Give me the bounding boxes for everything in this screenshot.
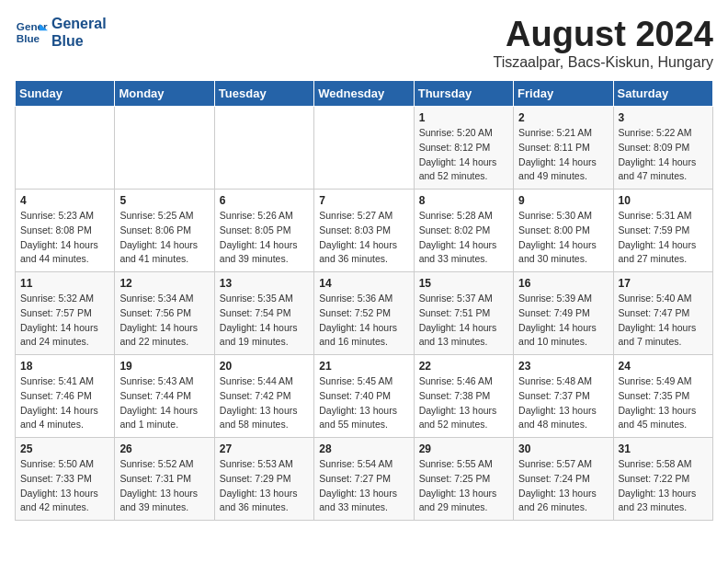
- day-info: Sunrise: 5:22 AM Sunset: 8:09 PM Dayligh…: [619, 126, 708, 184]
- day-number: 11: [20, 277, 109, 290]
- day-number: 24: [619, 360, 708, 373]
- calendar-cell: 31Sunrise: 5:58 AM Sunset: 7:22 PM Dayli…: [613, 438, 712, 521]
- header-day-tuesday: Tuesday: [214, 81, 313, 107]
- day-info: Sunrise: 5:52 AM Sunset: 7:31 PM Dayligh…: [119, 457, 209, 515]
- day-number: 2: [518, 111, 608, 124]
- calendar-week-3: 11Sunrise: 5:32 AM Sunset: 7:57 PM Dayli…: [16, 272, 713, 355]
- calendar-cell: 20Sunrise: 5:44 AM Sunset: 7:42 PM Dayli…: [214, 355, 313, 438]
- calendar-cell: 24Sunrise: 5:49 AM Sunset: 7:35 PM Dayli…: [613, 355, 712, 438]
- calendar-cell: 17Sunrise: 5:40 AM Sunset: 7:47 PM Dayli…: [613, 272, 712, 355]
- calendar-cell: 9Sunrise: 5:30 AM Sunset: 8:00 PM Daylig…: [514, 190, 613, 272]
- logo-icon: General Blue: [15, 16, 48, 49]
- day-info: Sunrise: 5:26 AM Sunset: 8:05 PM Dayligh…: [220, 209, 309, 267]
- day-info: Sunrise: 5:20 AM Sunset: 8:12 PM Dayligh…: [419, 126, 508, 184]
- day-number: 8: [419, 194, 508, 207]
- header-row: SundayMondayTuesdayWednesdayThursdayFrid…: [16, 81, 713, 107]
- day-info: Sunrise: 5:28 AM Sunset: 8:02 PM Dayligh…: [419, 209, 508, 267]
- calendar-cell: 15Sunrise: 5:37 AM Sunset: 7:51 PM Dayli…: [414, 272, 513, 355]
- calendar-week-2: 4Sunrise: 5:23 AM Sunset: 8:08 PM Daylig…: [16, 190, 713, 272]
- day-number: 29: [419, 442, 508, 455]
- day-number: 3: [619, 111, 708, 124]
- calendar-week-1: 1Sunrise: 5:20 AM Sunset: 8:12 PM Daylig…: [16, 107, 713, 190]
- day-info: Sunrise: 5:35 AM Sunset: 7:54 PM Dayligh…: [220, 292, 309, 350]
- day-number: 26: [119, 442, 209, 455]
- day-number: 7: [319, 194, 408, 207]
- day-number: 17: [619, 277, 708, 290]
- calendar-cell: 14Sunrise: 5:36 AM Sunset: 7:52 PM Dayli…: [314, 272, 414, 355]
- calendar-cell: 26Sunrise: 5:52 AM Sunset: 7:31 PM Dayli…: [115, 438, 214, 521]
- day-number: 13: [220, 277, 309, 290]
- svg-text:General: General: [17, 20, 48, 32]
- calendar-cell: [115, 107, 214, 190]
- day-number: 20: [220, 360, 309, 373]
- day-number: 12: [119, 277, 209, 290]
- month-year: August 2024: [493, 15, 713, 54]
- day-info: Sunrise: 5:46 AM Sunset: 7:38 PM Dayligh…: [419, 374, 508, 432]
- day-number: 6: [220, 194, 309, 207]
- day-info: Sunrise: 5:40 AM Sunset: 7:47 PM Dayligh…: [619, 292, 708, 350]
- calendar-cell: 18Sunrise: 5:41 AM Sunset: 7:46 PM Dayli…: [16, 355, 115, 438]
- day-number: 4: [20, 194, 109, 207]
- day-info: Sunrise: 5:57 AM Sunset: 7:24 PM Dayligh…: [518, 457, 608, 515]
- calendar-cell: 28Sunrise: 5:54 AM Sunset: 7:27 PM Dayli…: [314, 438, 414, 521]
- day-info: Sunrise: 5:58 AM Sunset: 7:22 PM Dayligh…: [619, 457, 708, 515]
- day-info: Sunrise: 5:50 AM Sunset: 7:33 PM Dayligh…: [20, 457, 109, 515]
- day-number: 16: [518, 277, 608, 290]
- calendar-cell: 22Sunrise: 5:46 AM Sunset: 7:38 PM Dayli…: [414, 355, 513, 438]
- location: Tiszaalpar, Bacs-Kiskun, Hungary: [493, 54, 713, 71]
- day-info: Sunrise: 5:21 AM Sunset: 8:11 PM Dayligh…: [518, 126, 608, 184]
- title-area: August 2024 Tiszaalpar, Bacs-Kiskun, Hun…: [493, 15, 713, 71]
- calendar-cell: 1Sunrise: 5:20 AM Sunset: 8:12 PM Daylig…: [414, 107, 513, 190]
- day-info: Sunrise: 5:44 AM Sunset: 7:42 PM Dayligh…: [220, 374, 309, 432]
- day-number: 5: [119, 194, 209, 207]
- calendar-table: SundayMondayTuesdayWednesdayThursdayFrid…: [15, 80, 713, 521]
- day-info: Sunrise: 5:45 AM Sunset: 7:40 PM Dayligh…: [319, 374, 408, 432]
- day-info: Sunrise: 5:49 AM Sunset: 7:35 PM Dayligh…: [619, 374, 708, 432]
- calendar-cell: 23Sunrise: 5:48 AM Sunset: 7:37 PM Dayli…: [514, 355, 613, 438]
- day-info: Sunrise: 5:53 AM Sunset: 7:29 PM Dayligh…: [220, 457, 309, 515]
- day-number: 30: [518, 442, 608, 455]
- day-info: Sunrise: 5:41 AM Sunset: 7:46 PM Dayligh…: [20, 374, 109, 432]
- calendar-cell: 30Sunrise: 5:57 AM Sunset: 7:24 PM Dayli…: [514, 438, 613, 521]
- day-info: Sunrise: 5:34 AM Sunset: 7:56 PM Dayligh…: [119, 292, 209, 350]
- calendar-cell: 3Sunrise: 5:22 AM Sunset: 8:09 PM Daylig…: [613, 107, 712, 190]
- calendar-cell: 4Sunrise: 5:23 AM Sunset: 8:08 PM Daylig…: [16, 190, 115, 272]
- svg-text:Blue: Blue: [17, 32, 40, 44]
- day-info: Sunrise: 5:32 AM Sunset: 7:57 PM Dayligh…: [20, 292, 109, 350]
- day-number: 14: [319, 277, 408, 290]
- calendar-cell: 5Sunrise: 5:25 AM Sunset: 8:06 PM Daylig…: [115, 190, 214, 272]
- calendar-cell: 25Sunrise: 5:50 AM Sunset: 7:33 PM Dayli…: [16, 438, 115, 521]
- day-info: Sunrise: 5:27 AM Sunset: 8:03 PM Dayligh…: [319, 209, 408, 267]
- header-day-saturday: Saturday: [613, 81, 712, 107]
- logo-line2: Blue: [51, 32, 107, 50]
- header: General Blue General Blue August 2024 Ti…: [15, 15, 713, 71]
- day-number: 9: [518, 194, 608, 207]
- day-number: 15: [419, 277, 508, 290]
- day-info: Sunrise: 5:55 AM Sunset: 7:25 PM Dayligh…: [419, 457, 508, 515]
- day-info: Sunrise: 5:43 AM Sunset: 7:44 PM Dayligh…: [119, 374, 209, 432]
- calendar-week-4: 18Sunrise: 5:41 AM Sunset: 7:46 PM Dayli…: [16, 355, 713, 438]
- calendar-cell: 29Sunrise: 5:55 AM Sunset: 7:25 PM Dayli…: [414, 438, 513, 521]
- day-info: Sunrise: 5:37 AM Sunset: 7:51 PM Dayligh…: [419, 292, 508, 350]
- header-day-friday: Friday: [514, 81, 613, 107]
- calendar-cell: 6Sunrise: 5:26 AM Sunset: 8:05 PM Daylig…: [214, 190, 313, 272]
- day-number: 28: [319, 442, 408, 455]
- header-day-monday: Monday: [115, 81, 214, 107]
- calendar-cell: 19Sunrise: 5:43 AM Sunset: 7:44 PM Dayli…: [115, 355, 214, 438]
- calendar-cell: [16, 107, 115, 190]
- day-info: Sunrise: 5:39 AM Sunset: 7:49 PM Dayligh…: [518, 292, 608, 350]
- day-info: Sunrise: 5:23 AM Sunset: 8:08 PM Dayligh…: [20, 209, 109, 267]
- calendar-cell: 12Sunrise: 5:34 AM Sunset: 7:56 PM Dayli…: [115, 272, 214, 355]
- calendar-cell: 13Sunrise: 5:35 AM Sunset: 7:54 PM Dayli…: [214, 272, 313, 355]
- calendar-cell: 21Sunrise: 5:45 AM Sunset: 7:40 PM Dayli…: [314, 355, 414, 438]
- header-day-thursday: Thursday: [414, 81, 513, 107]
- day-info: Sunrise: 5:25 AM Sunset: 8:06 PM Dayligh…: [119, 209, 209, 267]
- day-info: Sunrise: 5:54 AM Sunset: 7:27 PM Dayligh…: [319, 457, 408, 515]
- day-info: Sunrise: 5:36 AM Sunset: 7:52 PM Dayligh…: [319, 292, 408, 350]
- day-number: 23: [518, 360, 608, 373]
- calendar-cell: 27Sunrise: 5:53 AM Sunset: 7:29 PM Dayli…: [214, 438, 313, 521]
- day-info: Sunrise: 5:31 AM Sunset: 7:59 PM Dayligh…: [619, 209, 708, 267]
- calendar-cell: 10Sunrise: 5:31 AM Sunset: 7:59 PM Dayli…: [613, 190, 712, 272]
- day-number: 18: [20, 360, 109, 373]
- day-number: 10: [619, 194, 708, 207]
